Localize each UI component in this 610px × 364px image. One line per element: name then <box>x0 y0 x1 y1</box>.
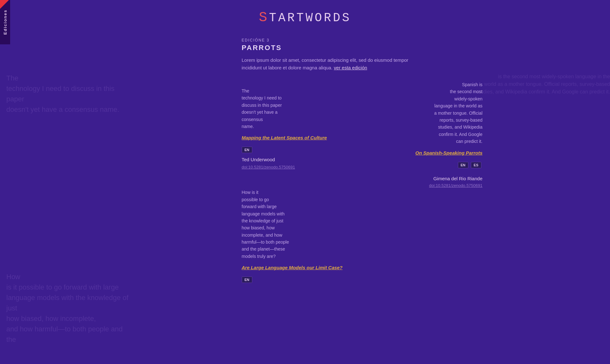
sidebar-tab-label: Ediciones <box>3 10 8 35</box>
ghost-text-right: is the second most widely-spoken languag… <box>476 73 610 96</box>
article-2-badges: EN <box>242 274 495 287</box>
right-article-author: Gimena del Rio Riande <box>415 176 483 181</box>
right-article-badges: EN ES <box>415 159 483 172</box>
edition-title: PARROTS <box>242 44 495 52</box>
logo-s-letter: S <box>259 10 269 25</box>
logo[interactable]: STARTWORDS <box>259 10 351 25</box>
article-card-2: How is it possible to go forward with la… <box>242 182 495 299</box>
right-article-title[interactable]: On Spanish-Speaking Parrots <box>415 150 483 156</box>
article-1-teaser: The technology I need to discuss in this… <box>242 87 343 130</box>
right-card-area: Spanish is the second most widely-spoken… <box>415 81 483 188</box>
edition-header: EDICIÓNE 3 PARROTS Lorem ipsum dolor sit… <box>242 38 495 81</box>
lang-badge-en-2: EN <box>242 277 252 283</box>
lang-badge-en: EN <box>242 147 252 153</box>
edition-link[interactable]: ver esta edición <box>334 65 367 70</box>
cards-area: The technology I need to discuss in this… <box>115 81 495 299</box>
main-content: EDICIÓNE 3 PARROTS Lorem ipsum dolor sit… <box>115 38 495 318</box>
article-2-teaser: How is it possible to go forward with la… <box>242 189 343 260</box>
lang-badge-es-right: ES <box>471 162 481 168</box>
edition-desc-text: Lorem ipsum dolor sit amet, consectetur … <box>242 57 408 70</box>
lang-badge-en-right: EN <box>458 162 468 168</box>
article-1-title[interactable]: Mapping the Latent Spaces of Culture <box>242 135 327 140</box>
edition-description: Lorem ipsum dolor sit amet, consectetur … <box>242 56 419 72</box>
edition-label: EDICIÓNE 3 <box>242 38 495 42</box>
ghost-text-left: The technology I need to discuss in this… <box>6 73 133 345</box>
right-article-doi[interactable]: doi:10.5281/zenodo.5750691 <box>415 183 483 188</box>
article-1-doi[interactable]: doi:10.5281/zenodo.5750691 <box>242 165 295 169</box>
article-2-title[interactable]: Are Large Language Models our Limit Case… <box>242 265 343 270</box>
logo-rest: TARTWORDS <box>269 11 351 25</box>
header: STARTWORDS <box>0 0 610 38</box>
right-article-teaser: Spanish is the second most widely-spoken… <box>415 81 483 145</box>
